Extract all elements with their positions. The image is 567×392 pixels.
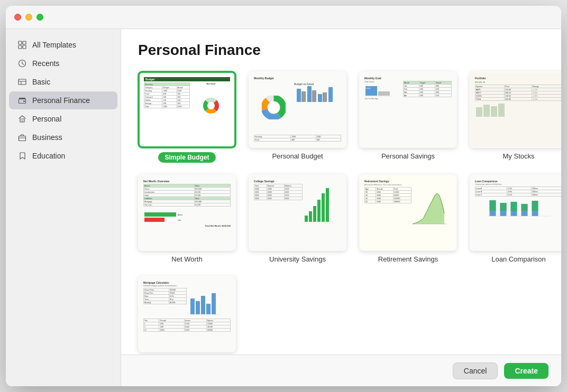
template-thumb-mortgage-calculator[interactable]: Mortgage Calculator Calculate mortgage p…	[138, 276, 236, 352]
svg-rect-41	[309, 211, 312, 222]
svg-rect-2	[19, 45, 22, 49]
svg-rect-20	[297, 89, 301, 102]
template-card-net-worth[interactable]: Net Worth: Overview AssetsValue Home350,…	[138, 174, 236, 263]
svg-text:Jan Feb Mar Apr: Jan Feb Mar Apr	[364, 98, 379, 100]
svg-rect-1	[23, 41, 26, 44]
svg-rect-5	[19, 79, 26, 85]
svg-rect-60	[196, 301, 200, 314]
template-label-loan-comparison: Loan Comparison	[491, 255, 546, 263]
grid-icon	[17, 40, 27, 50]
sidebar-item-label: Personal Finance	[32, 96, 90, 105]
sidebar-item-recents[interactable]: Recents	[9, 54, 117, 72]
svg-rect-28	[378, 91, 390, 96]
template-card-personal-budget[interactable]: Monthly Budget	[249, 71, 346, 162]
svg-rect-45	[326, 188, 329, 222]
svg-rect-34	[491, 106, 497, 117]
template-card-mortgage-calculator[interactable]: Mortgage Calculator Calculate mortgage p…	[138, 276, 236, 354]
clock-icon	[17, 59, 27, 68]
svg-rect-53	[511, 202, 517, 211]
svg-text:Liab.: Liab.	[178, 219, 181, 221]
template-thumb-personal-budget[interactable]: Monthly Budget	[249, 71, 346, 148]
maximize-button[interactable]	[36, 14, 43, 21]
svg-rect-40	[305, 216, 308, 222]
sidebar: All Templates Recents	[6, 29, 121, 386]
template-thumb-personal-savings[interactable]: Monthly Goal Total Saved Jan Feb	[359, 71, 457, 148]
template-thumb-retirement-savings[interactable]: Retirement Savings A Financial Milestone…	[359, 174, 457, 251]
svg-rect-37	[144, 218, 164, 222]
template-thumb-my-stocks[interactable]: Portfolio $11341.30 SymbolPriceChange AA…	[470, 71, 561, 148]
close-button[interactable]	[14, 14, 21, 21]
template-thumb-net-worth[interactable]: Net Worth: Overview AssetsValue Home350,…	[138, 174, 236, 251]
svg-rect-62	[206, 304, 211, 314]
template-card-retirement-savings[interactable]: Retirement Savings A Financial Milestone…	[359, 174, 457, 263]
sidebar-item-label: Basic	[32, 78, 50, 86]
template-label-my-stocks: My Stocks	[503, 152, 535, 160]
svg-rect-49	[490, 200, 496, 211]
sidebar-item-business[interactable]: Business	[9, 128, 117, 146]
template-thumb-university-savings[interactable]: College Savings YearDepositBalance 20202…	[249, 174, 346, 251]
main-content-area: Personal Finance Budget Summary	[121, 29, 561, 386]
sidebar-item-label: Education	[32, 152, 65, 160]
create-button[interactable]: Create	[504, 363, 548, 379]
svg-point-9	[23, 100, 25, 102]
svg-text:Budget vs Actual: Budget vs Actual	[294, 82, 314, 86]
template-label-university-savings: University Savings	[269, 255, 326, 263]
svg-rect-59	[190, 298, 195, 314]
template-card-university-savings[interactable]: College Savings YearDepositBalance 20202…	[249, 174, 346, 263]
page-title: Personal Finance	[138, 42, 544, 59]
svg-point-18	[269, 103, 278, 111]
sidebar-item-personal-finance[interactable]: Personal Finance	[9, 91, 117, 109]
template-thumb-loan-comparison[interactable]: Loan Comparison Compare loan options to …	[470, 174, 561, 251]
svg-rect-61	[201, 296, 205, 314]
template-card-loan-comparison[interactable]: Loan Comparison Compare loan options to …	[470, 174, 561, 263]
template-card-simple-budget[interactable]: Budget Summary CategoryBudgetActual Hous…	[138, 71, 236, 162]
app-window: All Templates Recents	[6, 6, 561, 386]
svg-rect-35	[498, 104, 505, 117]
sidebar-item-label: All Templates	[32, 41, 76, 49]
svg-rect-33	[483, 105, 490, 117]
title-bar	[6, 6, 561, 29]
sidebar-item-label: Personal	[32, 115, 61, 123]
template-label-retirement-savings: Retirement Savings	[378, 255, 438, 263]
sidebar-item-personal[interactable]: Personal	[9, 110, 117, 128]
selected-badge: Simple Budget	[158, 152, 215, 162]
templates-scrollable-area[interactable]: Budget Summary CategoryBudgetActual Hous…	[121, 67, 561, 354]
svg-rect-0	[19, 41, 22, 44]
template-card-personal-savings[interactable]: Monthly Goal Total Saved Jan Feb	[359, 71, 457, 162]
minimize-button[interactable]	[25, 14, 32, 21]
svg-rect-36	[144, 212, 176, 217]
home-icon	[17, 114, 27, 124]
svg-rect-26	[328, 87, 333, 102]
svg-rect-57	[532, 201, 538, 211]
svg-rect-21	[301, 91, 306, 102]
svg-rect-55	[522, 204, 528, 211]
svg-rect-44	[322, 193, 325, 222]
svg-rect-42	[313, 206, 316, 222]
templates-grid: Budget Summary CategoryBudgetActual Hous…	[138, 71, 544, 354]
bookmark-icon	[17, 151, 27, 161]
sidebar-item-education[interactable]: Education	[9, 147, 117, 165]
svg-rect-12	[19, 136, 26, 141]
svg-rect-24	[318, 94, 322, 102]
svg-text:Savings: Savings	[365, 87, 371, 89]
sidebar-item-all-templates[interactable]: All Templates	[9, 36, 117, 54]
table-icon	[17, 77, 27, 87]
svg-rect-43	[317, 200, 321, 222]
svg-rect-3	[23, 45, 26, 49]
template-label-personal-budget: Personal Budget	[272, 152, 323, 160]
footer: Cancel Create	[121, 354, 561, 386]
svg-rect-22	[307, 86, 312, 102]
wallet-icon	[17, 96, 27, 105]
template-card-my-stocks[interactable]: Portfolio $11341.30 SymbolPriceChange AA…	[470, 71, 561, 162]
svg-rect-32	[476, 107, 482, 117]
template-label-net-worth: Net Worth	[171, 255, 202, 263]
sidebar-item-label: Recents	[32, 59, 59, 68]
briefcase-icon	[17, 133, 27, 142]
template-thumb-simple-budget[interactable]: Budget Summary CategoryBudgetActual Hous…	[138, 71, 236, 148]
svg-rect-25	[323, 92, 327, 102]
main-header: Personal Finance	[121, 29, 561, 67]
svg-rect-51	[500, 203, 507, 211]
sidebar-item-basic[interactable]: Basic	[9, 73, 117, 91]
svg-rect-63	[212, 293, 216, 314]
cancel-button[interactable]: Cancel	[453, 362, 498, 379]
